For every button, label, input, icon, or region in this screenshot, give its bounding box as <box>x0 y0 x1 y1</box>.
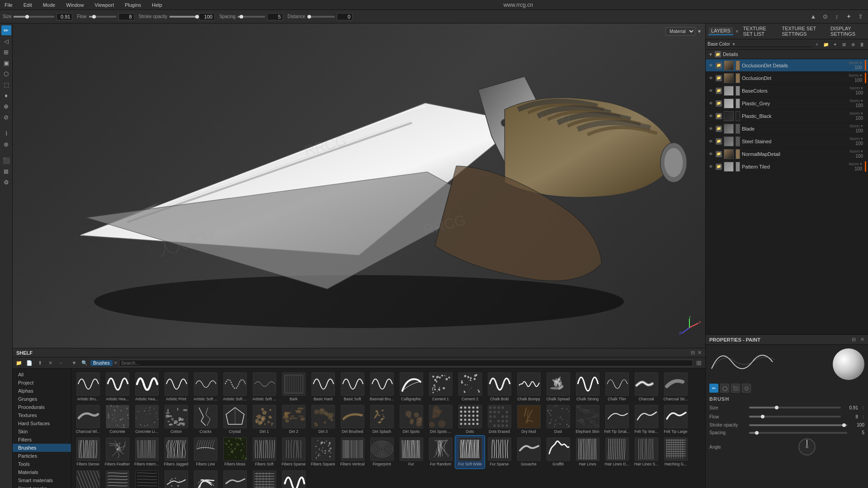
layer-vis-1[interactable]: 👁 <box>708 75 714 81</box>
shelf-cat-procedurals[interactable]: Procedurals <box>13 403 71 411</box>
brush-cell-37[interactable]: Dust <box>543 403 573 436</box>
brush-cell-16[interactable]: Chalk Spread <box>543 371 573 403</box>
tool-selection[interactable]: ⬚ <box>1 80 11 89</box>
brush-cell-3[interactable]: Artistic Print <box>161 371 191 403</box>
brush-cell-46[interactable]: Fibers Line <box>191 436 220 468</box>
brush-cell-36[interactable]: Dry Mud <box>514 403 543 436</box>
tab-texture-set-settings[interactable]: TEXTURE SET SETTINGS <box>779 25 826 38</box>
layer-item-5[interactable]: 👁 📁 Blade Norm ▾ 100 <box>706 122 868 135</box>
brush-cell-12[interactable]: Cement 1 <box>426 371 455 403</box>
menu-window[interactable]: Window <box>63 1 86 9</box>
brush-cell-49[interactable]: Fibers Sparse <box>279 436 308 468</box>
shelf-cat-smart-masks[interactable]: Smart masks <box>13 484 71 488</box>
layer-item-0[interactable]: 👁 📁 OcclusionDirt Details Norm ▾ 100 <box>706 59 868 72</box>
brush-cell-35[interactable]: Dots Erased <box>485 403 514 436</box>
tool-anchor[interactable]: ⊛ <box>1 139 11 149</box>
layer-vis-3[interactable]: 👁 <box>708 100 714 107</box>
brush-cell-38[interactable]: Elephant Skin <box>573 403 602 436</box>
brush-cell-53[interactable]: Fur <box>396 436 426 468</box>
layer-vis-6[interactable]: 👁 <box>708 138 714 145</box>
shelf-cat-materials[interactable]: Materials <box>13 468 71 476</box>
shelf-cat-project[interactable]: Project <box>13 379 71 387</box>
toolbar-icon-3[interactable]: ↕ <box>832 12 842 22</box>
shelf-cat-alphas[interactable]: Alphas <box>13 387 71 395</box>
brush-cell-65[interactable]: Hatching S... <box>132 469 161 488</box>
shelf-btn-x[interactable]: ✕ <box>46 358 55 367</box>
brush-cell-34[interactable]: Dots <box>455 403 485 436</box>
menu-plugins[interactable]: Plugins <box>122 1 144 9</box>
brush-cell-8[interactable]: Basic Hard <box>308 371 338 403</box>
brush-cell-63[interactable]: Hatching R... <box>73 469 103 488</box>
brush-cell-33[interactable]: Dirt Spots ... <box>426 403 455 436</box>
panel-btn-delete[interactable]: 🗑 <box>858 40 866 48</box>
brush-cell-43[interactable]: Fibers Feather <box>103 436 132 468</box>
brush-stroke-opacity-slider[interactable] <box>749 424 847 426</box>
layer-vis-4[interactable]: 👁 <box>708 113 714 119</box>
toolbar-icon-5[interactable]: ⇧ <box>855 12 865 22</box>
properties-popout[interactable]: ⊟ <box>852 337 856 343</box>
brush-cell-9[interactable]: Basic Soft <box>338 371 367 403</box>
brush-type-paint[interactable]: ✏ <box>709 384 718 393</box>
shelf-btn-filter[interactable]: ▼ <box>70 358 79 367</box>
brush-cell-41[interactable]: Felt Tip Large <box>661 403 690 436</box>
shelf-cat-grunges[interactable]: Grunges <box>13 395 71 403</box>
spacing-value[interactable]: 5 <box>267 13 283 20</box>
brush-cell-2[interactable]: Artistic Hea... <box>132 371 161 403</box>
shelf-cat-skin[interactable]: Skin <box>13 427 71 436</box>
layer-vis-8[interactable]: 👁 <box>708 164 714 170</box>
brush-cell-60[interactable]: Hair Lines D... <box>602 436 632 468</box>
brush-cell-18[interactable]: Chalk Thin <box>602 371 632 403</box>
size-slider[interactable] <box>14 16 54 18</box>
layer-vis-0[interactable]: 👁 <box>708 62 714 69</box>
brush-cell-6[interactable]: Artistic Soft ... <box>250 371 279 403</box>
brush-flow-slider[interactable] <box>749 416 841 418</box>
brush-cell-14[interactable]: Chalk Bold <box>485 371 514 403</box>
brush-cell-15[interactable]: Chalk Bumpy <box>514 371 543 403</box>
shelf-maximize[interactable]: ⊟ <box>691 350 695 356</box>
brush-type-square[interactable]: ⬛ <box>731 384 740 393</box>
brush-cell-50[interactable]: Fibers Square <box>308 436 338 468</box>
tool-settings[interactable]: ⚙ <box>1 177 11 187</box>
layer-vis-7[interactable]: 👁 <box>708 151 714 157</box>
brush-cell-29[interactable]: Dirt 3 <box>308 403 338 436</box>
shelf-cat-brushes[interactable]: Brushes <box>13 444 71 452</box>
brush-cell-28[interactable]: Dirt 2 <box>279 403 308 436</box>
brush-cell-59[interactable]: Hair Lines <box>573 436 602 468</box>
brush-flow-expand[interactable]: ↕ <box>862 413 864 420</box>
brush-cell-62[interactable]: Hatching G... <box>661 436 690 468</box>
brush-cell-58[interactable]: Graffiti <box>543 436 573 468</box>
panel-btn-add-folder[interactable]: 📁 <box>822 40 830 48</box>
brush-cell-45[interactable]: Fibers Jagged <box>161 436 191 468</box>
brush-cell-54[interactable]: Fur Random <box>426 436 455 468</box>
shelf-cat-tools[interactable]: Tools <box>13 460 71 468</box>
brush-cell-4[interactable]: Artistic Soft ... <box>191 371 220 403</box>
brush-spacing-slider[interactable] <box>749 432 847 434</box>
tab-layers-close[interactable]: ✕ <box>735 29 739 34</box>
brush-size-slider[interactable] <box>749 407 841 408</box>
brush-cell-23[interactable]: Concrete Li... <box>132 403 161 436</box>
tab-texture-set-list[interactable]: TEXTURE SET LIST <box>741 25 778 38</box>
spacing-slider[interactable] <box>238 16 265 18</box>
tab-layers[interactable]: LAYERS <box>708 27 733 35</box>
material-select[interactable]: Material <box>665 27 695 36</box>
brush-cell-13[interactable]: Cement 2 <box>455 371 485 403</box>
brush-cell-19[interactable]: Charcoal <box>632 371 661 403</box>
layer-item-3[interactable]: 👁 📁 Plastic_Grey Norm ▾ 100 <box>706 97 868 110</box>
brush-size-expand[interactable]: ↕ <box>862 404 864 411</box>
brush-cell-44[interactable]: Fibers Intern... <box>132 436 161 468</box>
brush-cell-56[interactable]: Fur Sparse <box>485 436 514 468</box>
size-value[interactable]: 0.91 <box>57 13 72 20</box>
panel-btn-duplicate[interactable]: ⊕ <box>849 40 857 48</box>
layer-vis-5[interactable]: 👁 <box>708 126 714 132</box>
brush-size-value[interactable]: 0.91 <box>844 405 858 410</box>
tool-camera[interactable]: ⬛ <box>1 155 11 165</box>
brush-cell-67[interactable]: Ink Random <box>191 469 220 488</box>
tool-paint[interactable]: ✏ <box>1 25 11 35</box>
brush-cell-7[interactable]: Bark <box>279 371 308 403</box>
tool-eraser[interactable]: ◁ <box>1 36 11 46</box>
shelf-cat-filters[interactable]: Filters <box>13 436 71 444</box>
brush-stroke-opacity-value[interactable]: 100 <box>851 422 864 427</box>
panel-btn-add-mask[interactable]: ⊠ <box>840 40 848 48</box>
shelf-tab-close[interactable]: ✕ <box>114 361 118 365</box>
brush-cell-25[interactable]: Cracks <box>191 403 220 436</box>
